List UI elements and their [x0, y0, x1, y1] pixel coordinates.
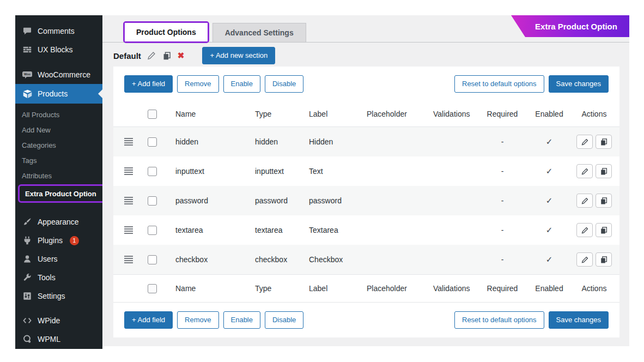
select-all-checkbox[interactable]	[148, 284, 157, 293]
sidebar-item-appearance[interactable]: Appearance	[15, 213, 102, 231]
sidebar-item-users[interactable]: Users	[15, 250, 102, 268]
column-header-placeholder: Placeholder	[353, 284, 418, 293]
sidebar-item-all-products[interactable]: All Products	[15, 107, 102, 122]
enable-button[interactable]: Enable	[223, 75, 260, 93]
duplicate-field-button[interactable]	[596, 135, 612, 149]
sidebar-item-plugins[interactable]: Plugins 1	[15, 231, 102, 250]
edit-field-button[interactable]	[576, 194, 593, 208]
row-checkbox[interactable]	[148, 196, 157, 206]
reset-defaults-button[interactable]: Reset to default options	[454, 311, 544, 329]
admin-sidebar: Comments UX Blocks Woo WooCommerce Produ…	[15, 15, 102, 349]
drag-handle-icon[interactable]	[124, 256, 138, 263]
sidebar-item-label: WooCommerce	[38, 70, 90, 79]
column-header-enabled: Enabled	[530, 110, 569, 118]
reset-defaults-button[interactable]: Reset to default options	[454, 75, 544, 93]
drag-handle-icon[interactable]	[124, 226, 138, 234]
sidebar-item-add-new[interactable]: Add New	[15, 122, 102, 137]
edit-field-button[interactable]	[576, 252, 593, 267]
sidebar-item-label: Comments	[38, 27, 75, 35]
sidebar-item-comments[interactable]: Comments	[15, 22, 102, 40]
edit-field-button[interactable]	[576, 135, 593, 149]
sidebar-item-wpml[interactable]: WPML	[15, 330, 102, 348]
page: { "sidebar": { "comments": "Comments", "…	[0, 0, 644, 362]
woocommerce-icon: Woo	[22, 69, 33, 80]
sidebar-item-ux-blocks[interactable]: UX Blocks	[15, 40, 102, 59]
row-checkbox[interactable]	[148, 167, 157, 176]
duplicate-field-button[interactable]	[596, 223, 612, 237]
sidebar-item-extra-product-option[interactable]: Extra Product Option	[18, 184, 102, 203]
duplicate-field-button[interactable]	[596, 194, 612, 208]
column-header-actions: Actions	[569, 284, 619, 293]
bottom-toolbar: + Add field Remove Enable Disable Reset …	[113, 303, 619, 337]
add-field-button[interactable]: + Add field	[124, 311, 173, 329]
save-changes-button[interactable]: Save changes	[549, 75, 609, 93]
duplicate-section-icon[interactable]	[162, 50, 173, 61]
field-required: -	[475, 255, 530, 264]
column-header-required: Required	[475, 110, 530, 118]
column-header-actions: Actions	[569, 110, 619, 118]
settings-sliders-icon	[22, 291, 33, 301]
sidebar-item-tools[interactable]: Tools	[15, 268, 102, 287]
appearance-brush-icon	[22, 216, 33, 227]
row-checkbox[interactable]	[148, 226, 157, 235]
edit-field-button[interactable]	[576, 164, 593, 178]
save-changes-button[interactable]: Save changes	[549, 311, 609, 329]
delete-section-icon[interactable]: ✖	[178, 51, 185, 61]
sidebar-item-settings[interactable]: Settings	[15, 287, 102, 305]
field-type: inputtext	[239, 167, 292, 176]
tab-product-options[interactable]: Product Options	[125, 23, 208, 41]
field-label: Text	[292, 167, 353, 176]
table-footer-header-row: Name Type Label Placeholder Validations …	[113, 274, 619, 303]
wpml-globe-icon	[22, 334, 33, 345]
column-header-validations: Validations	[418, 284, 475, 293]
column-header-type: Type	[239, 284, 292, 293]
disable-button[interactable]: Disable	[265, 75, 303, 93]
sidebar-item-wpide[interactable]: WPide	[15, 311, 102, 330]
duplicate-field-button[interactable]	[596, 252, 612, 267]
sidebar-item-tags[interactable]: Tags	[15, 153, 102, 168]
field-required: -	[475, 167, 530, 176]
sidebar-item-attributes[interactable]: Attributes	[15, 168, 102, 183]
field-name: checkbox	[162, 255, 239, 264]
row-checkbox[interactable]	[148, 255, 157, 264]
tab-advanced-settings[interactable]: Advanced Settings	[212, 23, 306, 42]
enable-button[interactable]: Enable	[223, 311, 260, 329]
duplicate-field-button[interactable]	[596, 164, 612, 178]
add-field-button[interactable]: + Add field	[124, 75, 173, 93]
products-submenu: All Products Add New Categories Tags Att…	[15, 104, 102, 203]
remove-button[interactable]: Remove	[177, 311, 218, 329]
section-header-row: Default ✖ + Add new section	[113, 47, 629, 64]
sidebar-item-woocommerce[interactable]: Woo WooCommerce	[15, 65, 102, 84]
sidebar-item-products[interactable]: Products	[15, 84, 102, 104]
field-name: hidden	[162, 137, 239, 146]
code-brackets-icon	[22, 315, 33, 326]
sidebar-item-label: WPide	[38, 316, 60, 325]
field-name: textarea	[162, 226, 239, 234]
sidebar-item-label: Users	[38, 255, 58, 263]
remove-button[interactable]: Remove	[177, 75, 218, 93]
sidebar-item-label: Appearance	[38, 218, 79, 226]
drag-handle-icon[interactable]	[124, 167, 138, 175]
disable-button[interactable]: Disable	[265, 311, 303, 329]
drag-handle-icon[interactable]	[124, 138, 138, 146]
column-header-label: Label	[292, 284, 353, 293]
add-new-section-button[interactable]: + Add new section	[202, 47, 275, 64]
row-actions	[569, 252, 619, 267]
select-all-checkbox[interactable]	[148, 110, 157, 119]
sidebar-item-label: Plugins	[38, 236, 63, 245]
options-panel: + Add field Remove Enable Disable Reset …	[113, 67, 619, 337]
edit-section-pencil-icon[interactable]	[146, 50, 157, 61]
row-actions	[569, 164, 619, 178]
sidebar-item-label: Settings	[38, 292, 65, 300]
drag-handle-icon[interactable]	[124, 197, 138, 204]
row-checkbox[interactable]	[148, 137, 157, 147]
field-type: checkbox	[239, 255, 292, 264]
tab-bar: Product Options Advanced Settings Extra …	[102, 15, 629, 43]
plugin-icon	[22, 235, 33, 246]
products-box-icon	[22, 88, 33, 99]
sidebar-item-categories[interactable]: Categories	[15, 137, 102, 153]
column-header-name: Name	[162, 284, 239, 293]
field-required: -	[475, 196, 530, 205]
table-header-row: Name Type Label Placeholder Validations …	[113, 101, 619, 127]
edit-field-button[interactable]	[576, 223, 593, 237]
